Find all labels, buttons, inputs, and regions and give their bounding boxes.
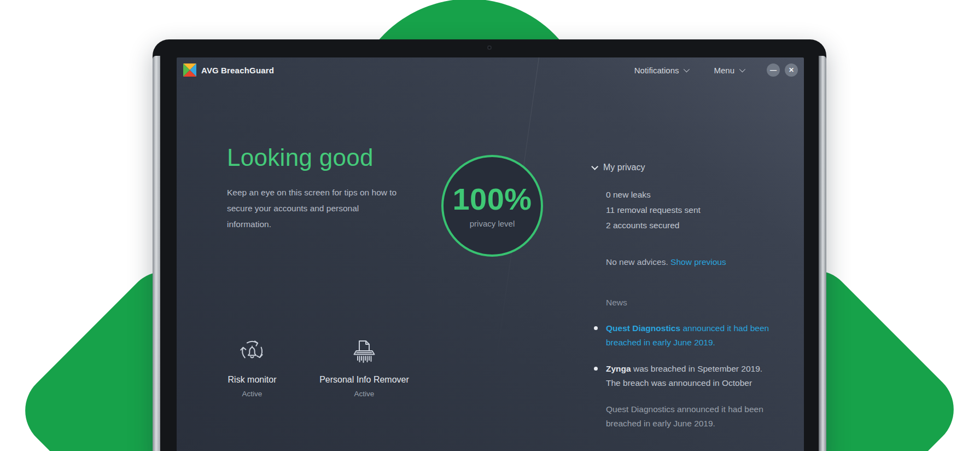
news-item: Quest Diagnostics announced it had been …	[593, 402, 786, 431]
laptop-frame: AVGBreachGuard Notifications Menu — ✕ Lo…	[153, 39, 826, 451]
chevron-down-icon	[739, 66, 745, 72]
webcam	[487, 45, 492, 50]
app-header: AVGBreachGuard Notifications Menu — ✕	[177, 57, 804, 83]
news-item[interactable]: Quest Diagnostics announced it had been …	[593, 321, 786, 350]
privacy-stats: 0 new leaks 11 removal requests sent 2 a…	[606, 187, 701, 233]
news-item-text: Quest Diagnostics announced it had been …	[606, 404, 763, 428]
show-previous-link[interactable]: Show previous	[670, 257, 726, 267]
laptop-edge-right	[819, 56, 826, 451]
window-controls: — ✕	[767, 63, 798, 77]
laptop-edge-left	[153, 56, 160, 451]
module-risk-monitor[interactable]: Risk monitor Active	[203, 334, 301, 398]
page-description: Keep an eye on this screen for tips on h…	[227, 184, 457, 232]
module-status: Active	[203, 390, 301, 398]
menu-label: Menu	[714, 66, 734, 75]
module-status: Active	[304, 390, 424, 398]
advices-text: No new advices.	[606, 257, 668, 267]
minimize-button[interactable]: —	[767, 63, 780, 77]
notifications-label: Notifications	[634, 66, 679, 75]
privacy-level-circle: 100% privacy level	[441, 155, 543, 257]
brand: AVGBreachGuard	[201, 66, 274, 75]
avg-logo-icon	[183, 63, 196, 77]
brand-name: AVG	[201, 66, 219, 75]
privacy-stat: 2 accounts secured	[606, 218, 701, 233]
my-privacy-title: My privacy	[603, 163, 645, 172]
my-privacy-toggle[interactable]: My privacy	[591, 163, 645, 172]
shredder-icon	[304, 334, 424, 368]
news-title: News	[606, 298, 627, 308]
module-name: Personal Info Remover	[304, 375, 424, 385]
privacy-stat: 11 removal requests sent	[606, 203, 701, 218]
module-name: Risk monitor	[203, 375, 301, 385]
news-item-source: Quest Diagnostics	[606, 323, 680, 333]
privacy-stat: 0 new leaks	[606, 187, 701, 203]
module-personal-info-remover[interactable]: Personal Info Remover Active	[304, 334, 424, 398]
app-window: AVGBreachGuard Notifications Menu — ✕ Lo…	[177, 57, 804, 451]
page-title: Looking good	[227, 144, 374, 171]
chevron-down-icon	[591, 163, 598, 170]
minimize-icon: —	[770, 67, 777, 73]
privacy-percent: 100%	[452, 184, 532, 215]
page: AVGBreachGuard Notifications Menu — ✕ Lo…	[0, 0, 980, 451]
brand-product: BreachGuard	[221, 66, 274, 75]
news-item-source: Zynga	[606, 364, 631, 373]
chevron-down-icon	[684, 66, 690, 72]
close-button[interactable]: ✕	[785, 63, 798, 77]
risk-monitor-icon	[203, 334, 301, 368]
privacy-circle-label: privacy level	[470, 219, 515, 228]
news-list: Quest Diagnostics announced it had been …	[593, 321, 786, 443]
notifications-dropdown[interactable]: Notifications	[634, 66, 689, 75]
news-item: Zynga was breached in Spetember 2019. Th…	[593, 362, 786, 390]
close-icon: ✕	[789, 67, 794, 73]
advices-row: No new advices. Show previous	[606, 257, 726, 267]
menu-dropdown[interactable]: Menu	[714, 66, 744, 75]
